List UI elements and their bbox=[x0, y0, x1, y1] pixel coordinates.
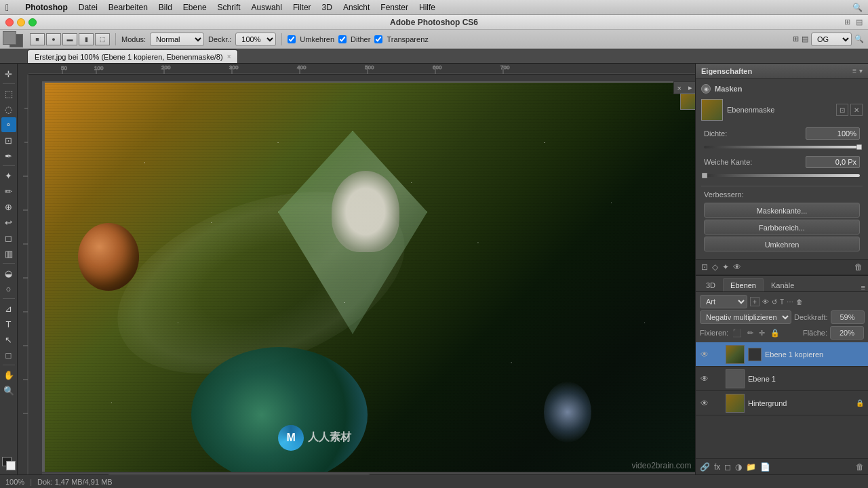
link-layers-icon[interactable]: 🔗 bbox=[700, 462, 710, 472]
dichte-slider-thumb[interactable] bbox=[856, 144, 862, 150]
zoom-tool[interactable]: 🔍 bbox=[1, 383, 16, 398]
pixel-mask-icon[interactable]: ⊡ bbox=[701, 262, 708, 272]
blend-mode-select[interactable]: Negativ multiplizieren Normal Multiplizi… bbox=[700, 310, 791, 324]
menu-bild[interactable]: Bild bbox=[159, 3, 172, 12]
menu-datei[interactable]: Datei bbox=[79, 3, 98, 12]
foreground-swatch[interactable] bbox=[3, 31, 16, 45]
layers-options-icon[interactable]: ⋯ bbox=[787, 298, 793, 306]
vector-mask-icon[interactable]: ◇ bbox=[712, 262, 718, 272]
properties-panel-collapse-icon[interactable]: ▾ bbox=[859, 67, 863, 75]
lock-image-icon[interactable]: ✏ bbox=[746, 329, 755, 338]
workspace-arrange-icon[interactable]: ⊞ bbox=[793, 35, 799, 43]
add-mask-icon[interactable]: ◻ bbox=[724, 462, 731, 472]
mask-delete-icon[interactable]: ✕ bbox=[850, 104, 863, 116]
layer-item-ebene1-kopieren[interactable]: 👁 Ebene 1 kopieren bbox=[696, 342, 868, 367]
arrange-icon[interactable]: ⊞ bbox=[844, 18, 850, 26]
canvas-container[interactable]: video2brain.com M 人人素材 ▶ × bbox=[42, 81, 695, 474]
dodge-tool[interactable]: ○ bbox=[1, 281, 16, 296]
brush-tool[interactable]: ✏ bbox=[1, 184, 16, 199]
crop-tool[interactable]: ⊡ bbox=[1, 133, 16, 148]
layer-visibility-toggle-0[interactable]: 👁 bbox=[700, 350, 709, 359]
properties-panel-menu-icon[interactable]: ≡ bbox=[852, 67, 856, 75]
tab-close-button[interactable]: × bbox=[227, 53, 231, 60]
document-tab[interactable]: Erster.jpg bei 100% (Ebene 1 kopieren, E… bbox=[27, 49, 238, 63]
pen-tool[interactable]: ⊿ bbox=[1, 301, 16, 316]
lasso-tool[interactable]: ◌ bbox=[1, 102, 16, 117]
alt-brush-shape[interactable]: ⬚ bbox=[95, 33, 110, 45]
lock-all-icon[interactable]: 🔒 bbox=[769, 329, 781, 338]
menu-fenster[interactable]: Fenster bbox=[380, 3, 408, 12]
smart-filter-icon[interactable]: ✦ bbox=[722, 262, 729, 272]
weiche-kante-slider-track[interactable] bbox=[704, 172, 860, 179]
weiche-kante-slider-thumb[interactable] bbox=[702, 173, 707, 178]
quick-select-tool[interactable]: ⚬ bbox=[1, 117, 16, 132]
mask-options-icon[interactable]: ⊡ bbox=[836, 104, 848, 116]
path-select-tool[interactable]: ↖ bbox=[1, 332, 16, 347]
hand-tool[interactable]: ✋ bbox=[1, 367, 16, 382]
eraser-tool[interactable]: ◻ bbox=[1, 230, 16, 245]
wide-brush-shape[interactable]: ▬ bbox=[62, 33, 77, 45]
art-select[interactable]: Art bbox=[700, 295, 747, 308]
canvas-area[interactable]: 50 100 200 300 400 500 600 700 bbox=[18, 64, 695, 474]
add-layer-style-icon[interactable]: fx bbox=[714, 462, 720, 472]
deckkraft-input[interactable] bbox=[831, 310, 865, 324]
eye-icon[interactable]: 👁 bbox=[733, 262, 741, 272]
foreground-color-swatch[interactable] bbox=[2, 457, 16, 470]
eye-visibility-icon[interactable]: 👁 bbox=[762, 298, 769, 306]
farbbereich-button[interactable]: Farbbereich... bbox=[704, 220, 860, 235]
dichte-slider-track[interactable] bbox=[704, 144, 860, 150]
gradient-tool[interactable]: ▥ bbox=[1, 246, 16, 261]
deckkr-input[interactable]: 100% bbox=[235, 33, 276, 46]
panel-collapse-button[interactable]: × bbox=[674, 83, 685, 94]
history-brush-tool[interactable]: ↩ bbox=[1, 215, 16, 230]
clone-tool[interactable]: ⊕ bbox=[1, 199, 16, 214]
healing-tool[interactable]: ✦ bbox=[1, 168, 16, 183]
horizontal-scrollbar[interactable]: ▶ bbox=[42, 472, 695, 474]
dither-checkbox[interactable] bbox=[338, 35, 347, 43]
maximize-button[interactable] bbox=[28, 18, 37, 26]
eyedropper-tool[interactable]: ✒ bbox=[1, 148, 16, 163]
menu-3d[interactable]: 3D bbox=[322, 3, 332, 12]
tab-ebenen[interactable]: Ebenen bbox=[723, 278, 764, 291]
shape-tool[interactable]: □ bbox=[1, 348, 16, 363]
layers-trash-icon[interactable]: 🗑 bbox=[796, 298, 803, 306]
menu-filter[interactable]: Filter bbox=[293, 3, 311, 12]
new-layer-icon[interactable]: 📄 bbox=[760, 462, 770, 472]
marquee-tool[interactable]: ⬚ bbox=[1, 86, 16, 101]
create-layer-icon[interactable]: + bbox=[750, 297, 760, 306]
layers-refresh-icon[interactable]: ↺ bbox=[772, 298, 777, 306]
dichte-input[interactable] bbox=[806, 127, 860, 140]
lock-position-icon[interactable]: ✛ bbox=[757, 329, 766, 338]
menu-hilfe[interactable]: Hilfe bbox=[419, 3, 435, 12]
panel-icon[interactable]: ▤ bbox=[856, 18, 863, 26]
flaeche-input[interactable] bbox=[830, 326, 864, 340]
menu-schrift[interactable]: Schrift bbox=[218, 3, 241, 12]
square-brush-shape[interactable]: ■ bbox=[30, 33, 45, 45]
search-icon[interactable]: 🔍 bbox=[852, 3, 863, 12]
umkehren-checkbox[interactable] bbox=[288, 35, 296, 43]
minimize-button[interactable] bbox=[17, 18, 25, 26]
group-layers-icon[interactable]: 📁 bbox=[746, 462, 756, 472]
lock-transparent-icon[interactable]: ⬛ bbox=[731, 329, 743, 338]
tall-brush-shape[interactable]: ▮ bbox=[79, 33, 94, 45]
layer-item-ebene1[interactable]: 👁 Ebene 1 bbox=[696, 367, 868, 391]
menu-ebene[interactable]: Ebene bbox=[183, 3, 207, 12]
delete-layer-icon[interactable]: 🗑 bbox=[856, 462, 864, 472]
layers-menu-icon[interactable]: ≡ bbox=[861, 283, 865, 291]
layer-visibility-toggle-2[interactable]: 👁 bbox=[700, 399, 709, 408]
ebenenmaske-thumb-dark[interactable] bbox=[701, 99, 723, 121]
close-button[interactable] bbox=[5, 18, 14, 26]
panel-expand-button[interactable]: ▸ bbox=[685, 82, 695, 94]
canvas-float-close[interactable]: × ▸ bbox=[673, 81, 695, 94]
adjustment-layer-icon[interactable]: ◑ bbox=[735, 462, 742, 472]
transparenz-checkbox[interactable] bbox=[374, 35, 382, 43]
weiche-kante-input[interactable] bbox=[806, 156, 860, 168]
blur-tool[interactable]: ◒ bbox=[1, 266, 16, 281]
tab-3d[interactable]: 3D bbox=[698, 278, 723, 291]
maskenkante-button[interactable]: Maskenkante... bbox=[704, 203, 860, 218]
modus-select[interactable]: Normal Multiplizieren Negativ multiplizi… bbox=[150, 33, 204, 46]
workspace-search-icon[interactable]: 🔍 bbox=[854, 35, 864, 43]
layer-item-hintergrund[interactable]: 👁 Hintergrund 🔒 bbox=[696, 391, 868, 415]
menu-ansicht[interactable]: Ansicht bbox=[343, 3, 370, 12]
move-tool[interactable]: ✛ bbox=[1, 66, 16, 81]
